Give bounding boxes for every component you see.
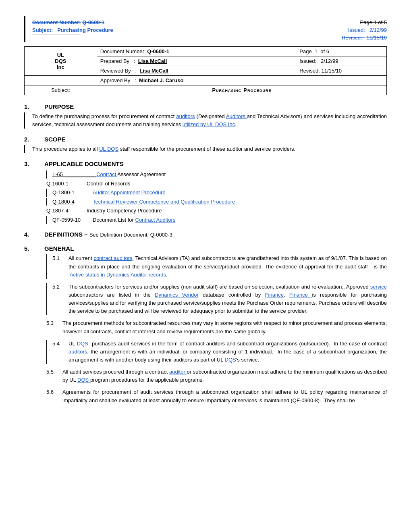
- section-1-title: Purpose: [44, 103, 74, 110]
- doc-item-q1600: Q-1600-1 Control of Records: [46, 180, 387, 188]
- subject-value: Purchasing Procedure: [212, 87, 271, 93]
- section-3-header: 3. Applicable Documents: [24, 160, 387, 167]
- company-name: ULDQSInc: [28, 52, 93, 70]
- sub-num-5-2: 5.2: [52, 283, 68, 316]
- doc-desc-qf0599: Document List for Contract Auditors: [93, 216, 387, 224]
- empty-cell: [25, 76, 97, 85]
- section-5-num: 5.: [24, 245, 44, 252]
- old-header-left: Document Number: Q-0600-1 Subject: Purch…: [32, 19, 314, 37]
- sub-content-5-3: The procurement methods for subcontracte…: [62, 319, 387, 335]
- doc-desc-q1600: Control of Records: [87, 180, 387, 188]
- left-bar: [24, 16, 25, 42]
- finance-link-2[interactable]: Finance: [289, 292, 312, 298]
- old-issued-label: Issued:: [348, 27, 368, 33]
- table-row-subject: Subject: Purchasing Procedure: [25, 85, 387, 95]
- finance-link-1[interactable]: Finance: [265, 292, 284, 298]
- sub-num-5-5: 5.5: [46, 368, 62, 384]
- sub-content-5-1: All current contract auditors, Technical…: [68, 254, 387, 278]
- doc-info-table: ULDQSInc Document Number: Q-0600-1 Page …: [24, 46, 387, 95]
- section-5-header: 5. General: [24, 245, 387, 252]
- section-4-header: 4. Definitions – See Definition Document…: [24, 231, 387, 238]
- uldqs-link[interactable]: UL DQS: [99, 146, 118, 152]
- old-doc-number-label: Document Number:: [32, 19, 81, 25]
- old-revised-value: 11/15/10: [366, 35, 387, 41]
- old-page-ref: Page 1 of 5: [314, 19, 387, 25]
- sub-content-5-6: Agreements for procurement of audit serv…: [62, 388, 387, 404]
- utilized-link[interactable]: utilized by UL DQS Inc: [183, 121, 235, 127]
- section-5-body: 5.1 All current contract auditors, Techn…: [24, 254, 387, 404]
- auditors-link-5-4[interactable]: auditors: [68, 349, 87, 355]
- subsection-5-6: 5.6 Agreements for procurement of audit …: [46, 388, 387, 404]
- doc-number-value: Q-0600-1: [147, 48, 169, 54]
- doc-num-q1807: Q-1807-4: [46, 207, 87, 215]
- section-2: 2. Scope This procedure applies to all U…: [24, 136, 387, 153]
- section-4-body: See Definition Document, Q-0000-3: [89, 232, 172, 238]
- old-subject-value: Purchasing Procedure: [57, 27, 113, 33]
- dqs-link-5-4[interactable]: DQS: [77, 341, 88, 347]
- approved-cell: Approved By : Michael J. Caruso: [97, 76, 296, 85]
- dqs-link-5-4b[interactable]: DQS: [225, 357, 236, 363]
- doc-desc-q1800-1[interactable]: Auditor Appointment Procedure: [93, 189, 387, 197]
- subject-label-cell: Subject:: [25, 85, 97, 95]
- subsection-5-2: 5.2 The subcontractors for services and/…: [46, 283, 387, 316]
- old-issued-line: Issued: 2/12/99: [314, 27, 387, 33]
- subsection-5-1: 5.1 All current contract auditors, Techn…: [46, 254, 387, 278]
- doc-desc-l65: Contract Assessor Agreement: [96, 170, 387, 179]
- doc-num-l65: L-65 ___________: [52, 170, 96, 179]
- section-1-header: 1. Purpose: [24, 103, 387, 110]
- doc-num-q1600: Q-1600-1: [46, 180, 87, 188]
- reviewed-value: Lisa McCall: [139, 68, 168, 74]
- page: Document Number: Q-0600-1 Subject: Purch…: [0, 0, 411, 532]
- company-cell: ULDQSInc: [25, 47, 97, 76]
- dqs-link-5-5[interactable]: DQS: [77, 377, 90, 383]
- dynamics-vendor-link[interactable]: Dynamics Vendor: [155, 292, 199, 298]
- doc-num-q1800-4: Q-1800-4: [52, 198, 93, 206]
- section-1: 1. Purpose To define the purchasing proc…: [24, 103, 387, 129]
- doc-num-qf0599: QF-0599-10: [52, 216, 93, 224]
- sub-num-5-3: 5.3: [46, 319, 62, 335]
- doc-item-q1800-4: Q-1800-4 Technical Reviewer Competence a…: [46, 198, 387, 206]
- subject-line: Subject: Purchasing Procedure: [32, 27, 314, 33]
- sub-num-5-4: 5.4: [52, 340, 68, 364]
- table-row-4: Approved By : Michael J. Caruso: [25, 76, 387, 85]
- section-4-title: Definitions: [44, 231, 83, 238]
- section-5-title: General: [44, 245, 74, 252]
- doc-number-cell: Document Number: Q-0600-1: [97, 47, 296, 56]
- doc-item-qf0599: QF-0599-10 Document List for Contract Au…: [46, 216, 387, 224]
- doc-item-q1800-1: Q-1800-1 Auditor Appointment Procedure: [46, 189, 387, 197]
- section-3-body: L-65 ___________ Contract Assessor Agree…: [24, 170, 387, 224]
- old-subject-label: Subject:: [32, 27, 56, 33]
- auditors-link-2[interactable]: Auditors: [226, 113, 247, 119]
- doc-desc-q1807: Industry Competency Procedure: [87, 207, 387, 215]
- section-4-dash: –: [83, 231, 89, 238]
- contract-auditors-link[interactable]: Contract Auditors: [135, 217, 176, 223]
- section-3-title: Applicable Documents: [44, 160, 124, 167]
- reviewed-cell: Reviewed By : Lisa McCall: [97, 66, 296, 76]
- old-header: Document Number: Q-0600-1 Subject: Purch…: [24, 16, 387, 42]
- section-2-title: Scope: [44, 136, 66, 143]
- revised-cell: Revised: 11/15/10: [296, 66, 387, 76]
- subject-value-cell: Purchasing Procedure: [97, 85, 386, 95]
- old-revised-label: Revised:: [342, 35, 365, 41]
- old-doc-number-value: Q-0600-1: [82, 19, 104, 25]
- section-3-num: 3.: [24, 160, 44, 167]
- contract-link[interactable]: Contract: [96, 171, 117, 177]
- auditor-link-5-5[interactable]: auditor: [169, 369, 187, 375]
- section-1-num: 1.: [24, 103, 44, 110]
- active-status-link[interactable]: Active status in Dynamics Auditor record…: [70, 272, 166, 278]
- approved-value: Michael J. Caruso: [139, 77, 184, 83]
- section-3: 3. Applicable Documents L-65 ___________…: [24, 160, 387, 224]
- sub-num-5-1: 5.1: [52, 254, 68, 278]
- sub-content-5-5: All audit services procured through a co…: [62, 368, 387, 384]
- section-2-body: This procedure applies to all UL DQS sta…: [24, 145, 387, 153]
- auditors-link[interactable]: auditors: [176, 113, 195, 119]
- doc-item-l65: L-65 ___________ Contract Assessor Agree…: [46, 170, 387, 179]
- section-2-header: 2. Scope: [24, 136, 387, 143]
- contract-auditors-link-5-1[interactable]: contract auditors: [93, 255, 132, 261]
- subject-label: Subject:: [51, 87, 70, 93]
- service-link[interactable]: service: [370, 284, 387, 290]
- doc-list: L-65 ___________ Contract Assessor Agree…: [46, 170, 387, 224]
- doc-desc-q1800-4[interactable]: Technical Reviewer Competence and Qualif…: [93, 198, 387, 206]
- subsection-5-3: 5.3 The procurement methods for subcontr…: [46, 319, 387, 335]
- prepared-value: Lisa McCall: [138, 58, 167, 64]
